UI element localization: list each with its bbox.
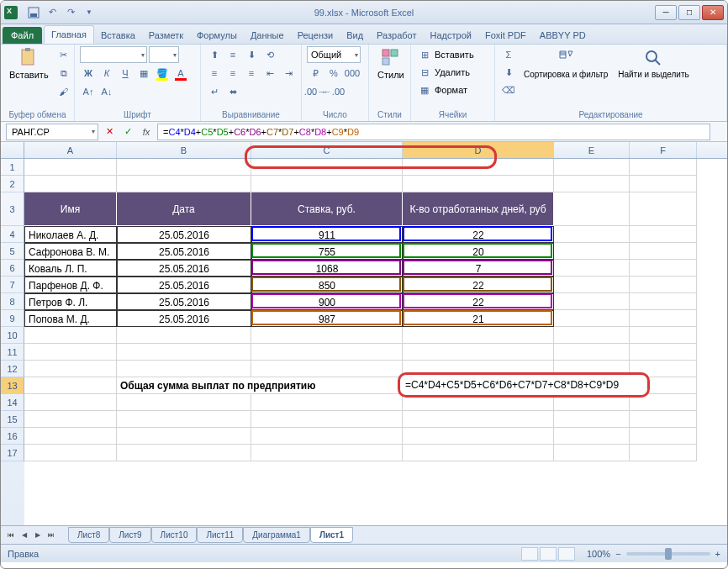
file-tab[interactable]: Файл	[3, 27, 42, 44]
zoom-in-icon[interactable]: +	[715, 549, 720, 559]
row-header[interactable]: 7	[1, 277, 24, 293]
sheet-tab[interactable]: Лист9	[109, 527, 150, 543]
tab-addins[interactable]: Надстрой	[424, 27, 478, 44]
summary-label[interactable]: Общая сумма выплат по предприятию	[117, 377, 403, 394]
font-size-dropdown[interactable]	[149, 46, 179, 63]
autosum-icon[interactable]: Σ	[500, 46, 517, 63]
format-cells-button[interactable]: ▦Формат	[416, 82, 467, 98]
cell-grid[interactable]: ИмяДатаСтавка, руб.К-во отработанных дне…	[24, 159, 727, 525]
table-cell[interactable]: Петров Ф. Л.	[24, 293, 117, 310]
sheet-nav-prev-icon[interactable]: ◀	[18, 529, 31, 542]
enter-formula-icon[interactable]: ✓	[120, 124, 135, 140]
col-header-a[interactable]: A	[24, 142, 117, 158]
close-button[interactable]: ✕	[702, 5, 724, 20]
col-header-c[interactable]: C	[251, 142, 403, 158]
sheet-tab[interactable]: Лист11	[197, 527, 243, 543]
italic-icon[interactable]: К	[98, 65, 115, 82]
table-cell[interactable]: Коваль Л. П.	[24, 260, 117, 277]
delete-cells-button[interactable]: ⊟Удалить	[416, 64, 470, 81]
table-cell[interactable]: 25.05.2016	[117, 243, 251, 260]
table-cell[interactable]: Парфенов Д. Ф.	[24, 277, 117, 293]
row-header[interactable]: 15	[1, 411, 24, 428]
table-header[interactable]: К-во отработанных дней, руб	[403, 192, 554, 226]
sheet-nav-first-icon[interactable]: ⏮	[4, 529, 18, 542]
row-header[interactable]: 5	[1, 243, 24, 260]
table-cell[interactable]: 25.05.2016	[117, 310, 251, 327]
table-header[interactable]: Имя	[24, 192, 117, 226]
zoom-slider[interactable]	[626, 552, 710, 556]
table-cell[interactable]: 987	[251, 310, 403, 327]
table-cell[interactable]: 22	[403, 226, 554, 243]
bold-icon[interactable]: Ж	[80, 65, 97, 82]
border-icon[interactable]: ▦	[135, 65, 152, 82]
name-box[interactable]: РАНГ.СР	[6, 124, 98, 140]
align-left-icon[interactable]: ≡	[206, 65, 223, 82]
comma-icon[interactable]: 000	[344, 65, 361, 82]
merge-icon[interactable]: ⬌	[224, 83, 241, 100]
col-header-d[interactable]: D	[403, 142, 554, 158]
table-cell[interactable]: 900	[251, 293, 403, 310]
align-middle-icon[interactable]: ≡	[224, 46, 241, 63]
sheet-tab-active[interactable]: Лист1	[310, 527, 353, 543]
clear-icon[interactable]: ⌫	[500, 82, 517, 98]
view-normal-icon[interactable]	[521, 547, 538, 561]
formula-input[interactable]: =C4*D4+C5*D5+C6*D6+C7*D7+C8*D8+C9*D9	[157, 124, 710, 140]
tab-abbyy[interactable]: ABBYY PD	[533, 27, 593, 44]
tab-home[interactable]: Главная	[44, 25, 94, 44]
table-cell[interactable]: 850	[251, 277, 403, 293]
table-cell[interactable]: 25.05.2016	[117, 226, 251, 243]
format-painter-icon[interactable]: 🖌	[55, 83, 72, 100]
indent-decrease-icon[interactable]: ⇤	[261, 65, 278, 82]
active-cell-editor[interactable]: =C4*D4+C5*D5+C6*D6+C7*D7+C8*D8+C9*D9	[398, 372, 650, 398]
col-header-e[interactable]: E	[554, 142, 630, 158]
orientation-icon[interactable]: ⟲	[261, 46, 278, 63]
sheet-tab[interactable]: Диаграмма1	[243, 527, 310, 543]
row-header[interactable]: 6	[1, 260, 24, 277]
indent-increase-icon[interactable]: ⇥	[280, 65, 297, 82]
table-cell[interactable]: 911	[251, 226, 403, 243]
table-header[interactable]: Ставка, руб.	[251, 192, 403, 226]
align-top-icon[interactable]: ⬆	[206, 46, 223, 63]
number-format-dropdown[interactable]: Общий	[307, 46, 361, 63]
tab-layout[interactable]: Разметк	[142, 27, 190, 44]
percent-icon[interactable]: %	[325, 65, 342, 82]
qat-dropdown-icon[interactable]: ▼	[82, 5, 97, 20]
table-cell[interactable]: Сафронова В. М.	[24, 243, 117, 260]
table-cell[interactable]: 22	[403, 277, 554, 293]
save-icon[interactable]	[26, 5, 41, 20]
tab-view[interactable]: Вид	[340, 27, 370, 44]
row-header[interactable]: 14	[1, 394, 24, 411]
cancel-formula-icon[interactable]: ✕	[102, 124, 117, 140]
find-select-button[interactable]: Найти и выделить	[615, 46, 692, 81]
row-header[interactable]: 3	[1, 192, 24, 226]
redo-icon[interactable]: ↷	[63, 5, 78, 20]
align-center-icon[interactable]: ≡	[224, 65, 241, 82]
increase-decimal-icon[interactable]: .00→	[307, 83, 324, 100]
row-header[interactable]: 2	[1, 176, 24, 192]
increase-font-icon[interactable]: A↑	[80, 83, 97, 100]
table-cell[interactable]: 25.05.2016	[117, 277, 251, 293]
table-cell[interactable]: Николаев А. Д.	[24, 226, 117, 243]
sheet-nav-next-icon[interactable]: ▶	[31, 529, 45, 542]
sheet-tab[interactable]: Лист8	[68, 527, 109, 543]
tab-review[interactable]: Рецензи	[291, 27, 340, 44]
tab-formulas[interactable]: Формулы	[190, 27, 244, 44]
worksheet[interactable]: A B C D E F 1 2 3 4 5 6 7 8 9 10 11 12 1…	[1, 142, 727, 525]
row-header[interactable]: 10	[1, 327, 24, 344]
fill-icon[interactable]: ⬇	[500, 64, 517, 81]
cut-icon[interactable]: ✂	[55, 46, 72, 63]
decrease-decimal-icon[interactable]: ←.00	[325, 83, 342, 100]
row-header[interactable]: 12	[1, 361, 24, 377]
align-bottom-icon[interactable]: ⬇	[243, 46, 260, 63]
copy-icon[interactable]: ⧉	[55, 65, 72, 82]
insert-cells-button[interactable]: ⊞Вставить	[416, 46, 474, 63]
row-header[interactable]: 16	[1, 428, 24, 445]
col-header-f[interactable]: F	[630, 142, 697, 158]
table-cell[interactable]: 7	[403, 260, 554, 277]
table-cell[interactable]: 20	[403, 243, 554, 260]
table-header[interactable]: Дата	[117, 192, 251, 226]
tab-foxit[interactable]: Foxit PDF	[478, 27, 533, 44]
maximize-button[interactable]: □	[678, 5, 700, 20]
row-header[interactable]: 11	[1, 344, 24, 361]
tab-data[interactable]: Данные	[244, 27, 291, 44]
